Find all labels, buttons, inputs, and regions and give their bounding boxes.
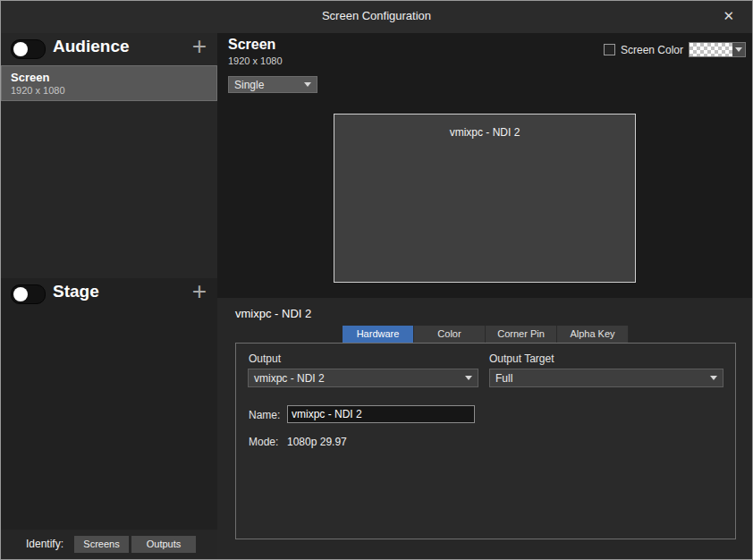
audience-toggle[interactable] (11, 39, 46, 59)
tab-corner-pin[interactable]: Corner Pin (486, 326, 557, 343)
chevron-down-icon (304, 82, 311, 87)
hardware-panel: Output vmixpc - NDI 2 Output Target Full… (235, 343, 736, 539)
page-resolution: 1920 x 1080 (228, 55, 283, 66)
sidebar-item-screen[interactable]: Screen 1920 x 1080 (1, 65, 217, 101)
identify-label: Identify: (26, 538, 63, 550)
chevron-down-icon (732, 47, 745, 52)
output-target-value: Full (495, 372, 512, 385)
tab-hardware[interactable]: Hardware (343, 326, 414, 343)
mode-label: Mode: (249, 436, 278, 448)
identify-outputs-button[interactable]: Outputs (131, 536, 196, 553)
chevron-down-icon (710, 376, 717, 380)
output-section: vmixpc - NDI 2 Hardware Color Corner Pin… (217, 298, 753, 560)
screen-item-title: Screen (11, 71, 216, 84)
chevron-down-icon (465, 376, 472, 380)
add-audience-screen-icon[interactable]: + (192, 31, 207, 62)
identify-row: Identify: Screens Outputs (1, 530, 217, 560)
screen-color-group: Screen Color (604, 42, 746, 57)
output-value: vmixpc - NDI 2 (254, 372, 325, 385)
stage-label: Stage (53, 282, 99, 301)
output-tabs: Hardware Color Corner Pin Alpha Key (343, 326, 629, 343)
transparent-swatch (690, 43, 732, 56)
close-icon[interactable]: ✕ (719, 8, 738, 24)
add-stage-screen-icon[interactable]: + (192, 276, 207, 307)
screen-item-resolution: 1920 x 1080 (11, 85, 216, 96)
audience-label: Audience (53, 37, 130, 56)
output-label: Output (249, 352, 281, 365)
layout-mode-dropdown[interactable]: Single (228, 76, 317, 93)
page-title: Screen (228, 37, 275, 53)
layout-mode-value: Single (234, 79, 264, 91)
identify-screens-button[interactable]: Screens (74, 536, 129, 553)
output-target-label: Output Target (489, 352, 554, 365)
preview-source-label: vmixpc - NDI 2 (334, 126, 635, 139)
title-bar: Screen Configuration ✕ (1, 1, 752, 33)
stage-section-header: Stage + (1, 278, 217, 309)
toggle-knob (13, 42, 28, 56)
screen-preview[interactable]: vmixpc - NDI 2 (334, 114, 636, 283)
output-target-dropdown[interactable]: Full (489, 369, 723, 387)
output-dropdown[interactable]: vmixpc - NDI 2 (248, 369, 478, 387)
mode-value: 1080p 29.97 (287, 436, 347, 448)
main-panel: Screen 1920 x 1080 Screen Color Single v… (217, 33, 753, 560)
audience-section-header: Audience + (1, 33, 217, 64)
screen-color-label: Screen Color (621, 44, 683, 56)
stage-toggle[interactable] (11, 284, 46, 304)
tab-alpha-key[interactable]: Alpha Key (557, 326, 629, 343)
tab-color[interactable]: Color (414, 326, 486, 343)
name-label: Name: (249, 409, 280, 421)
name-input[interactable] (287, 405, 475, 423)
stage-section: Stage + (1, 278, 217, 530)
output-section-title: vmixpc - NDI 2 (235, 307, 311, 320)
toggle-knob (13, 287, 28, 301)
screen-color-dropdown[interactable] (689, 42, 746, 57)
screen-configuration-window: Screen Configuration ✕ Audience + Screen… (0, 0, 753, 560)
screen-color-checkbox[interactable] (604, 44, 615, 55)
sidebar: Audience + Screen 1920 x 1080 Stage + Id… (1, 33, 217, 560)
window-title: Screen Configuration (1, 9, 752, 22)
